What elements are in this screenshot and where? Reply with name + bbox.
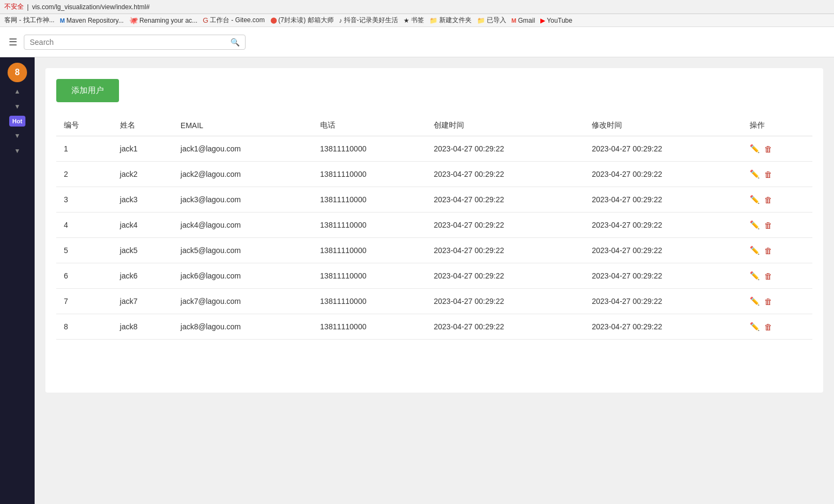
user-table: 编号 姓名 EMAIL 电话 创建时间 修改时间 操作 1jack1jack1@… — [56, 115, 812, 340]
col-header-phone: 电话 — [313, 115, 426, 136]
cell-6-1: jack7 — [112, 289, 173, 314]
cell-actions-0: ✏️ 🗑 — [742, 136, 812, 162]
folder-imported-icon: 📁 — [477, 17, 485, 24]
col-header-name: 姓名 — [112, 115, 173, 136]
bookmark-star[interactable]: ★ 书签 — [403, 16, 424, 25]
cell-2-5: 2023-04-27 00:29:22 — [584, 187, 742, 213]
delete-button[interactable]: 🗑 — [764, 246, 772, 255]
add-user-button[interactable]: 添加用户 — [56, 79, 119, 102]
cell-3-2: jack4@lagou.com — [173, 213, 313, 238]
cell-7-4: 2023-04-27 00:29:22 — [426, 314, 584, 340]
col-header-actions: 操作 — [742, 115, 812, 136]
bookmark-0[interactable]: 客网 - 找工作神... — [4, 16, 55, 25]
delete-button[interactable]: 🗑 — [764, 271, 772, 281]
table-row: 7jack7jack7@lagou.com138111100002023-04-… — [56, 289, 812, 314]
cell-actions-6: ✏️ 🗑 — [742, 289, 812, 314]
cell-3-0: 4 — [56, 213, 112, 238]
sidebar-arrow-down-1[interactable]: ▼ — [12, 101, 23, 112]
search-icon: 🔍 — [230, 38, 240, 47]
search-input[interactable] — [30, 38, 230, 47]
cell-6-4: 2023-04-27 00:29:22 — [426, 289, 584, 314]
cell-0-3: 13811110000 — [313, 136, 426, 162]
bookmark-4[interactable]: ⬤ (7封未读) 邮箱大师 — [270, 16, 334, 25]
main-layout: 8 ▲ ▼ Hot ▼ ▼ 添加用户 编号 姓名 EMAIL 电话 创建时间 修… — [0, 57, 834, 504]
sidebar: 8 ▲ ▼ Hot ▼ ▼ — [0, 57, 35, 504]
cell-6-0: 7 — [56, 289, 112, 314]
cell-actions-1: ✏️ 🗑 — [742, 162, 812, 187]
edit-button[interactable]: ✏️ — [750, 195, 760, 204]
delete-button[interactable]: 🗑 — [764, 144, 772, 154]
sidebar-arrow-up[interactable]: ▲ — [12, 85, 23, 97]
bookmark-gmail[interactable]: M Gmail — [512, 17, 535, 24]
cell-1-0: 2 — [56, 162, 112, 187]
sidebar-arrow-down-3[interactable]: ▼ — [12, 145, 23, 157]
cell-1-2: jack2@lagou.com — [173, 162, 313, 187]
cell-actions-5: ✏️ 🗑 — [742, 263, 812, 289]
sidebar-hot-badge[interactable]: Hot — [9, 116, 25, 127]
gmail-icon: M — [512, 17, 517, 24]
delete-button[interactable]: 🗑 — [764, 322, 772, 331]
cell-5-5: 2023-04-27 00:29:22 — [584, 263, 742, 289]
browser-bar: 不安全 | vis.com/lg_visualization/view/inde… — [0, 0, 834, 14]
cell-6-3: 13811110000 — [313, 289, 426, 314]
sidebar-notification-badge[interactable]: 8 — [8, 63, 27, 82]
insecure-label: 不安全 — [4, 2, 24, 11]
cell-3-4: 2023-04-27 00:29:22 — [426, 213, 584, 238]
cell-2-1: jack3 — [112, 187, 173, 213]
cell-7-5: 2023-04-27 00:29:22 — [584, 314, 742, 340]
folder-new-icon: 📁 — [429, 17, 438, 24]
edit-button[interactable]: ✏️ — [750, 246, 760, 255]
table-row: 1jack1jack1@lagou.com138111100002023-04-… — [56, 136, 812, 162]
table-row: 6jack6jack6@lagou.com138111100002023-04-… — [56, 263, 812, 289]
edit-button[interactable]: ✏️ — [750, 169, 760, 179]
cell-0-2: jack1@lagou.com — [173, 136, 313, 162]
cell-7-1: jack8 — [112, 314, 173, 340]
cell-5-0: 6 — [56, 263, 112, 289]
cell-5-4: 2023-04-27 00:29:22 — [426, 263, 584, 289]
cell-6-5: 2023-04-27 00:29:22 — [584, 289, 742, 314]
delete-button[interactable]: 🗑 — [764, 221, 772, 230]
cell-4-3: 13811110000 — [313, 238, 426, 263]
cell-4-4: 2023-04-27 00:29:22 — [426, 238, 584, 263]
delete-button[interactable]: 🗑 — [764, 170, 772, 179]
bookmark-2[interactable]: 🐙 Renaming your ac... — [129, 16, 197, 24]
cell-actions-2: ✏️ 🗑 — [742, 187, 812, 213]
cell-1-4: 2023-04-27 00:29:22 — [426, 162, 584, 187]
hamburger-menu[interactable]: ☰ — [9, 36, 17, 48]
content-area: 添加用户 编号 姓名 EMAIL 电话 创建时间 修改时间 操作 1jack1j… — [35, 57, 834, 504]
bookmark-youtube[interactable]: ▶ YouTube — [540, 17, 572, 24]
cell-0-5: 2023-04-27 00:29:22 — [584, 136, 742, 162]
cell-6-2: jack7@lagou.com — [173, 289, 313, 314]
table-row: 4jack4jack4@lagou.com138111100002023-04-… — [56, 213, 812, 238]
col-header-created: 创建时间 — [426, 115, 584, 136]
star-icon: ★ — [403, 17, 409, 24]
tiktok-icon: ♪ — [339, 17, 342, 24]
edit-button[interactable]: ✏️ — [750, 144, 760, 154]
col-header-email: EMAIL — [173, 115, 313, 136]
delete-button[interactable]: 🗑 — [764, 195, 772, 204]
bookmark-7[interactable]: 📁 新建文件夹 — [429, 16, 472, 25]
cell-0-1: jack1 — [112, 136, 173, 162]
edit-button[interactable]: ✏️ — [750, 296, 760, 306]
edit-button[interactable]: ✏️ — [750, 271, 760, 281]
top-nav: ☰ 🔍 — [0, 27, 834, 57]
edit-button[interactable]: ✏️ — [750, 322, 760, 331]
cell-1-5: 2023-04-27 00:29:22 — [584, 162, 742, 187]
cell-1-3: 13811110000 — [313, 162, 426, 187]
bookmark-1[interactable]: M Maven Repository... — [60, 17, 124, 24]
col-header-id: 编号 — [56, 115, 112, 136]
bookmark-8[interactable]: 📁 已导入 — [477, 16, 506, 25]
delete-button[interactable]: 🗑 — [764, 297, 772, 306]
youtube-icon: ▶ — [540, 17, 545, 24]
cell-0-4: 2023-04-27 00:29:22 — [426, 136, 584, 162]
cell-actions-4: ✏️ 🗑 — [742, 238, 812, 263]
bookmark-3[interactable]: G 工作台 - Gitee.com — [203, 16, 264, 25]
bookmark-5[interactable]: ♪ 抖音-记录美好生活 — [339, 16, 398, 25]
edit-button[interactable]: ✏️ — [750, 220, 760, 230]
cell-4-0: 5 — [56, 238, 112, 263]
url-separator: | — [27, 3, 29, 11]
mail-icon: ⬤ — [270, 17, 277, 24]
cell-7-0: 8 — [56, 314, 112, 340]
sidebar-arrow-down-2[interactable]: ▼ — [12, 130, 23, 142]
cell-4-5: 2023-04-27 00:29:22 — [584, 238, 742, 263]
